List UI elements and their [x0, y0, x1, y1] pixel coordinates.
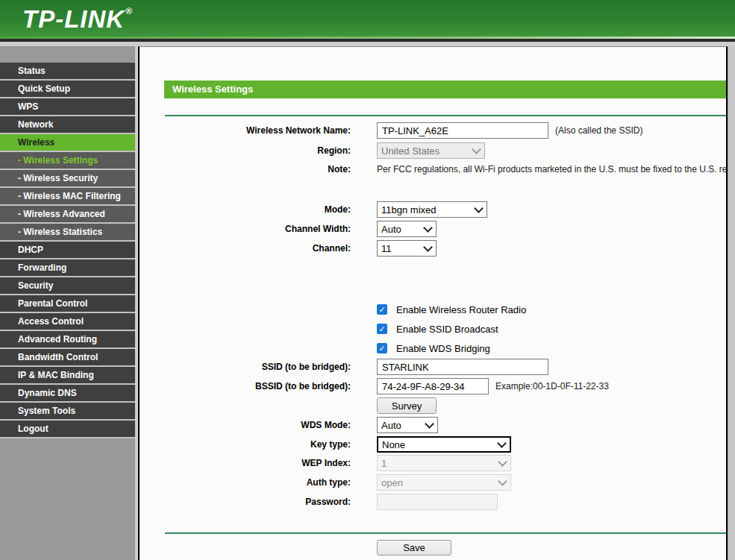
enable-wds-bridging-checkbox[interactable]: ✓ — [377, 343, 387, 353]
sidebar-item-quick-setup[interactable]: Quick Setup — [0, 81, 135, 98]
radio-checkbox-row: ✓ Enable Wireless Router Radio — [140, 301, 726, 318]
key-type-select[interactable]: None — [377, 436, 511, 453]
password-row: Password: — [140, 494, 726, 510]
sidebar-item-wireless-settings[interactable]: - Wireless Settings — [0, 152, 135, 170]
bssid-bridged-input[interactable] — [377, 378, 489, 394]
wds-mode-label: WDS Mode: — [140, 420, 377, 430]
chevron-down-icon — [425, 419, 434, 429]
wds-mode-select[interactable]: Auto — [377, 417, 438, 433]
ssid-bridged-input[interactable] — [377, 359, 548, 375]
note-row: Note: Per FCC regulations, all Wi-Fi pro… — [140, 161, 726, 177]
channel-width-label: Channel Width: — [140, 224, 377, 234]
password-input — [377, 494, 498, 510]
mode-row: Mode: 11bgn mixed — [140, 201, 726, 218]
survey-button[interactable]: Survey — [377, 397, 437, 414]
chevron-down-icon — [472, 145, 481, 154]
chevron-down-icon — [498, 476, 507, 486]
wep-index-select: 1 — [377, 455, 511, 471]
bssid-bridged-row: BSSID (to be bridged): Example:00-1D-0F-… — [140, 378, 726, 394]
enable-radio-checkbox[interactable]: ✓ — [377, 304, 387, 315]
auth-type-select-value: open — [381, 477, 403, 488]
sidebar-item-system-tools[interactable]: System Tools — [0, 403, 135, 421]
bssid-bridged-label: BSSID (to be bridged): — [140, 381, 377, 391]
tp-link-logo: TP-LINK® — [22, 5, 133, 34]
channel-width-select-value: Auto — [381, 224, 401, 235]
mode-select-value: 11bgn mixed — [381, 204, 436, 215]
sidebar-item-security[interactable]: Security — [0, 277, 135, 295]
key-type-select-value: None — [382, 439, 405, 450]
page-body: StatusQuick SetupWPSNetworkWireless- Wir… — [0, 42, 735, 560]
mode-select[interactable]: 11bgn mixed — [377, 201, 487, 218]
sidebar-item-status[interactable]: Status — [0, 63, 135, 81]
sidebar-item-wps[interactable]: WPS — [0, 98, 135, 116]
ssid-broadcast-checkbox-row: ✓ Enable SSID Broadcast — [140, 321, 726, 337]
channel-width-row: Channel Width: Auto — [140, 221, 726, 237]
note-text: Per FCC regulations, all Wi-Fi products … — [377, 164, 728, 174]
channel-label: Channel: — [140, 243, 377, 254]
vertical-scrollbar[interactable] — [728, 46, 735, 560]
page-title: Wireless Settings — [164, 81, 726, 98]
channel-select-value: 11 — [381, 243, 392, 254]
sidebar-item-parental-control[interactable]: Parental Control — [0, 295, 135, 313]
sidebar-item-wireless-statistics[interactable]: - Wireless Statistics — [0, 224, 135, 242]
wds-mode-select-value: Auto — [381, 420, 401, 431]
region-label: Region: — [140, 145, 377, 156]
sidebar-item-logout[interactable]: Logout — [0, 421, 135, 438]
sidebar-item-dhcp[interactable]: DHCP — [0, 242, 135, 259]
enable-wds-bridging-label: Enable WDS Bridging — [396, 343, 490, 354]
network-name-hint: (Also called the SSID) — [555, 125, 642, 136]
header-sheen — [0, 37, 735, 39]
bottom-divider — [165, 532, 726, 534]
wep-index-select-value: 1 — [381, 458, 387, 469]
chevron-down-icon — [423, 242, 433, 252]
header: TP-LINK® — [0, 0, 735, 39]
ssid-bridged-label: SSID (to be bridged): — [140, 362, 377, 372]
auth-type-row: Auth type: open — [140, 474, 726, 491]
survey-row: Survey — [140, 397, 726, 414]
network-name-input[interactable] — [377, 122, 548, 139]
sidebar-item-bandwidth-control[interactable]: Bandwidth Control — [0, 349, 135, 367]
region-row: Region: United States — [140, 142, 726, 159]
enable-radio-label: Enable Wireless Router Radio — [396, 304, 526, 315]
chevron-down-icon — [423, 223, 433, 233]
region-select-value: United States — [381, 145, 440, 157]
enable-ssid-broadcast-checkbox[interactable]: ✓ — [377, 324, 387, 334]
key-type-row: Key type: None — [140, 435, 726, 453]
wep-index-label: WEP Index: — [140, 458, 377, 468]
sidebar: StatusQuick SetupWPSNetworkWireless- Wir… — [0, 46, 135, 560]
region-select: United States — [377, 142, 485, 159]
sidebar-item-network[interactable]: Network — [0, 116, 135, 134]
bssid-example-hint: Example:00-1D-0F-11-22-33 — [495, 381, 609, 391]
channel-row: Channel: 11 — [140, 240, 726, 257]
auth-type-select: open — [377, 474, 511, 491]
sidebar-item-wireless-mac-filtering[interactable]: - Wireless MAC Filtering — [0, 188, 135, 206]
wds-mode-row: WDS Mode: Auto — [140, 417, 726, 433]
enable-ssid-broadcast-label: Enable SSID Broadcast — [396, 324, 498, 335]
sidebar-item-dynamic-dns[interactable]: Dynamic DNS — [0, 385, 135, 403]
sidebar-item-access-control[interactable]: Access Control — [0, 313, 135, 331]
note-label: Note: — [140, 164, 377, 174]
ssid-bridged-row: SSID (to be bridged): — [140, 359, 726, 375]
save-button[interactable]: Save — [377, 540, 451, 556]
mode-label: Mode: — [140, 204, 377, 215]
chevron-down-icon — [474, 204, 484, 213]
registered-mark: ® — [125, 6, 133, 16]
sidebar-item-forwarding[interactable]: Forwarding — [0, 259, 135, 277]
sidebar-item-ip-mac-binding[interactable]: IP & MAC Binding — [0, 367, 135, 385]
password-label: Password: — [140, 497, 377, 507]
auth-type-label: Auth type: — [140, 477, 377, 488]
sidebar-item-wireless-security[interactable]: - Wireless Security — [0, 170, 135, 188]
chevron-down-icon — [498, 457, 507, 467]
chevron-down-icon — [497, 438, 507, 448]
network-name-label: Wireless Network Name: — [140, 125, 377, 136]
wep-index-row: WEP Index: 1 — [140, 455, 726, 471]
tp-link-logo-text: TP-LINK — [22, 5, 125, 33]
channel-width-select[interactable]: Auto — [377, 221, 437, 237]
channel-select[interactable]: 11 — [377, 240, 437, 257]
sidebar-item-wireless-advanced[interactable]: - Wireless Advanced — [0, 206, 135, 224]
main-content: Wireless Settings Wireless Network Name:… — [138, 46, 728, 560]
sidebar-item-wireless[interactable]: Wireless — [0, 134, 135, 152]
network-name-row: Wireless Network Name: (Also called the … — [140, 122, 726, 139]
top-divider — [165, 115, 726, 116]
sidebar-item-advanced-routing[interactable]: Advanced Routing — [0, 331, 135, 349]
